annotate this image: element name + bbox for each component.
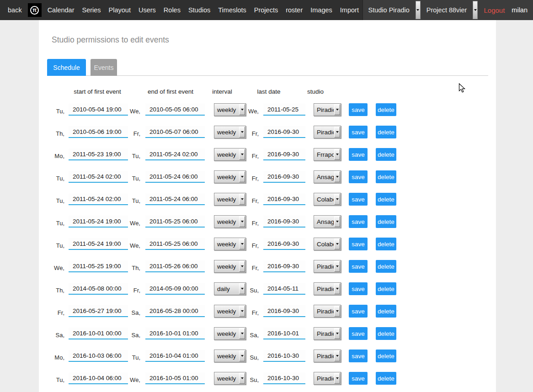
end-datetime-input[interactable] <box>145 171 205 183</box>
studio-dropdown-label[interactable]: Studio Piradio <box>367 6 411 14</box>
save-button[interactable]: save <box>349 193 368 206</box>
end-datetime-input[interactable] <box>145 305 205 317</box>
last-date-input[interactable] <box>263 171 305 183</box>
studio-select[interactable]: Ansage <box>314 170 341 183</box>
save-button[interactable]: save <box>349 170 368 183</box>
tab-schedule[interactable]: Schedule <box>47 59 86 76</box>
save-button[interactable]: save <box>349 305 368 318</box>
nav-item-studios[interactable]: Studios <box>187 6 212 14</box>
last-date-input[interactable] <box>263 216 305 228</box>
tabs-bar: Schedule Events <box>47 59 488 76</box>
save-button[interactable]: save <box>349 103 368 116</box>
delete-button[interactable]: delete <box>376 148 396 161</box>
delete-button[interactable]: delete <box>376 193 396 206</box>
studio-select[interactable]: Frrapo <box>314 148 341 161</box>
save-button[interactable]: save <box>349 282 368 295</box>
studio-select[interactable]: Ansage <box>314 215 341 228</box>
end-datetime-input[interactable] <box>145 328 205 339</box>
delete-button[interactable]: delete <box>376 238 396 250</box>
end-datetime-input[interactable] <box>145 148 205 160</box>
studio-select[interactable]: Piradio <box>314 260 341 273</box>
delete-button[interactable]: delete <box>376 103 396 116</box>
save-button[interactable]: save <box>349 148 368 161</box>
last-date-day-label: Fr, <box>231 175 259 183</box>
end-datetime-input[interactable] <box>145 350 205 362</box>
studio-select[interactable]: Piradio <box>314 282 341 295</box>
delete-button[interactable]: delete <box>376 215 396 228</box>
delete-button[interactable]: delete <box>376 282 396 295</box>
delete-button[interactable]: delete <box>376 260 396 273</box>
last-date-input[interactable] <box>263 283 305 295</box>
nav-item-import[interactable]: Import <box>338 6 361 14</box>
nav-item-roles[interactable]: Roles <box>162 6 182 14</box>
save-button[interactable]: save <box>349 126 368 138</box>
save-button[interactable]: save <box>349 372 368 385</box>
studio-select[interactable]: Piradio <box>314 305 341 318</box>
last-date-input[interactable] <box>263 350 305 362</box>
end-datetime-input[interactable] <box>145 260 205 272</box>
end-datetime-input[interactable] <box>145 238 205 250</box>
delete-button[interactable]: delete <box>376 305 396 318</box>
last-date-input[interactable] <box>263 104 305 116</box>
save-button[interactable]: save <box>349 327 368 340</box>
end-datetime-input[interactable] <box>145 216 205 228</box>
end-datetime-input[interactable] <box>145 283 205 295</box>
last-date-input[interactable] <box>263 193 305 205</box>
last-date-input[interactable] <box>263 372 305 384</box>
nav-item-timeslots[interactable]: Timeslots <box>216 6 248 14</box>
project-dropdown-label[interactable]: Project 88vier <box>425 6 469 14</box>
last-date-day-label: We, <box>231 107 259 116</box>
studio-select[interactable]: Piradio <box>314 126 341 138</box>
app-logo-icon[interactable]: π <box>28 3 42 17</box>
end-datetime-input[interactable] <box>145 126 205 138</box>
studio-select[interactable]: Piradio <box>314 327 341 340</box>
logout-link[interactable]: Logout <box>482 6 506 14</box>
last-date-day-label: Fr, <box>231 152 259 160</box>
studio-dropdown-button[interactable] <box>416 1 421 19</box>
column-header-studio: studio <box>307 88 324 95</box>
save-button[interactable]: save <box>349 215 368 228</box>
last-date-input[interactable] <box>263 126 305 138</box>
delete-button[interactable]: delete <box>376 126 396 138</box>
delete-button[interactable]: delete <box>376 372 396 385</box>
nav-item-series[interactable]: Series <box>80 6 102 14</box>
start-day-label: Tu, <box>39 242 64 250</box>
studio-select[interactable]: Colabo <box>314 193 341 206</box>
last-date-input[interactable] <box>263 238 305 250</box>
nav-item-users[interactable]: Users <box>137 6 158 14</box>
last-date-input[interactable] <box>263 305 305 317</box>
last-date-input[interactable] <box>263 328 305 339</box>
delete-button[interactable]: delete <box>376 350 396 362</box>
end-datetime-input[interactable] <box>145 372 205 384</box>
start-day-label: Tu, <box>39 175 64 183</box>
save-button[interactable]: save <box>349 238 368 250</box>
save-button[interactable]: save <box>349 350 368 362</box>
chevron-down-icon <box>334 306 340 317</box>
delete-button[interactable]: delete <box>376 327 396 340</box>
studio-select-value: Piradio <box>314 263 334 270</box>
last-date-input[interactable] <box>263 148 305 160</box>
chevron-down-icon <box>416 9 419 11</box>
nav-item-images[interactable]: Images <box>309 6 334 14</box>
studio-select[interactable]: Piradio <box>314 350 341 362</box>
save-button[interactable]: save <box>349 260 368 273</box>
tab-events[interactable]: Events <box>91 59 117 76</box>
studio-select[interactable]: Piradio <box>314 103 341 116</box>
nav-item-calendar[interactable]: Calendar <box>46 6 76 14</box>
schedule-row: Tu, We, weekly Fr, Colabo save delete <box>39 236 496 258</box>
nav-item-projects[interactable]: Projects <box>252 6 280 14</box>
delete-button[interactable]: delete <box>376 170 396 183</box>
start-day-label: Tu, <box>39 219 64 228</box>
chevron-down-icon <box>334 171 340 182</box>
nav-item-playout[interactable]: Playout <box>107 6 133 14</box>
end-datetime-input[interactable] <box>145 104 205 116</box>
nav-item-roster[interactable]: roster <box>284 6 304 14</box>
project-dropdown-button[interactable] <box>473 1 478 19</box>
end-datetime-input[interactable] <box>145 193 205 205</box>
last-date-input[interactable] <box>263 260 305 272</box>
studio-select[interactable]: Colabo <box>314 238 341 250</box>
studio-select[interactable]: Piradio <box>314 372 341 385</box>
last-date-day-label: Fr, <box>231 219 259 228</box>
nav-back-link[interactable]: back <box>6 6 24 14</box>
end-day-label: Fr, <box>112 130 140 138</box>
